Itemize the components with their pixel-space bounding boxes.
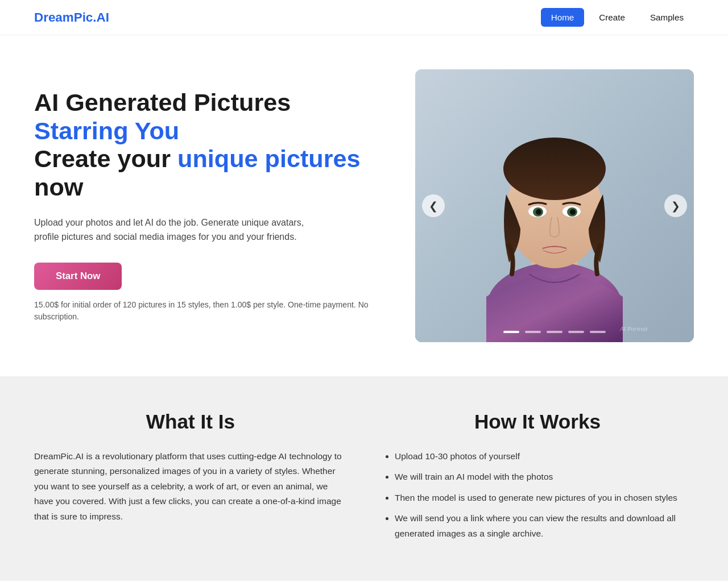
headline-line1: AI Generated Pictures xyxy=(34,89,291,116)
carousel-dot-1[interactable] xyxy=(503,331,519,333)
hero-text: AI Generated Pictures Starring You Creat… xyxy=(34,89,392,323)
carousel-image: AI Portrait xyxy=(415,69,694,342)
logo-colored: Pic xyxy=(74,10,93,24)
nav-create[interactable]: Create xyxy=(589,8,635,27)
hero-carousel: AI Portrait ❮ ❯ xyxy=(415,69,694,342)
hero-description: Upload your photos and let AI do the job… xyxy=(34,215,307,244)
navbar: DreamPic.AI Home Create Samples xyxy=(0,0,728,35)
start-now-button[interactable]: Start Now xyxy=(34,263,122,290)
headline-starring-you: Starring You xyxy=(34,117,179,144)
how-step-3: Then the model is used to generate new p… xyxy=(395,490,694,505)
hero-section: AI Generated Pictures Starring You Creat… xyxy=(0,35,728,376)
lower-section: What It Is DreamPic.AI is a revolutionar… xyxy=(0,376,728,581)
carousel-dot-5[interactable] xyxy=(590,331,606,333)
hero-headline: AI Generated Pictures Starring You Creat… xyxy=(34,89,392,202)
what-it-is-col: What It Is DreamPic.AI is a revolutionar… xyxy=(34,410,347,547)
price-note: 15.00$ for initial order of 120 pictures… xyxy=(34,300,369,321)
logo-plain: Dream xyxy=(34,10,74,24)
portrait-svg: AI Portrait xyxy=(415,69,694,342)
headline-now: now xyxy=(34,173,83,201)
svg-point-11 xyxy=(570,209,576,215)
how-it-works-list: Upload 10-30 photos of yourself We will … xyxy=(381,449,694,541)
carousel-dot-2[interactable] xyxy=(525,331,541,333)
carousel-next-button[interactable]: ❯ xyxy=(664,194,687,217)
carousel-prev-button[interactable]: ❮ xyxy=(422,194,445,217)
lower-grid: What It Is DreamPic.AI is a revolutionar… xyxy=(34,410,694,547)
svg-point-5 xyxy=(503,138,606,200)
how-step-1: Upload 10-30 photos of yourself xyxy=(395,449,694,464)
headline-unique: unique pictures xyxy=(177,145,361,172)
how-it-works-col: How It Works Upload 10-30 photos of your… xyxy=(381,410,694,547)
nav-links: Home Create Samples xyxy=(541,8,694,27)
what-it-is-body: DreamPic.AI is a revolutionary platform … xyxy=(34,449,347,524)
logo-suffix: .AI xyxy=(93,10,109,24)
what-it-is-title: What It Is xyxy=(34,410,347,433)
how-it-works-title: How It Works xyxy=(381,410,694,433)
how-step-4: We will send you a link where you can vi… xyxy=(395,511,694,541)
how-step-2: We will train an AI model with the photo… xyxy=(395,469,694,484)
headline-create: Create your xyxy=(34,145,177,172)
logo: DreamPic.AI xyxy=(34,10,109,25)
carousel-dots xyxy=(503,331,606,333)
nav-home[interactable]: Home xyxy=(541,8,585,27)
nav-samples[interactable]: Samples xyxy=(640,8,694,27)
carousel-dot-4[interactable] xyxy=(568,331,584,333)
svg-point-10 xyxy=(536,209,541,215)
carousel-dot-3[interactable] xyxy=(547,331,562,333)
svg-text:AI Portrait: AI Portrait xyxy=(619,325,648,332)
